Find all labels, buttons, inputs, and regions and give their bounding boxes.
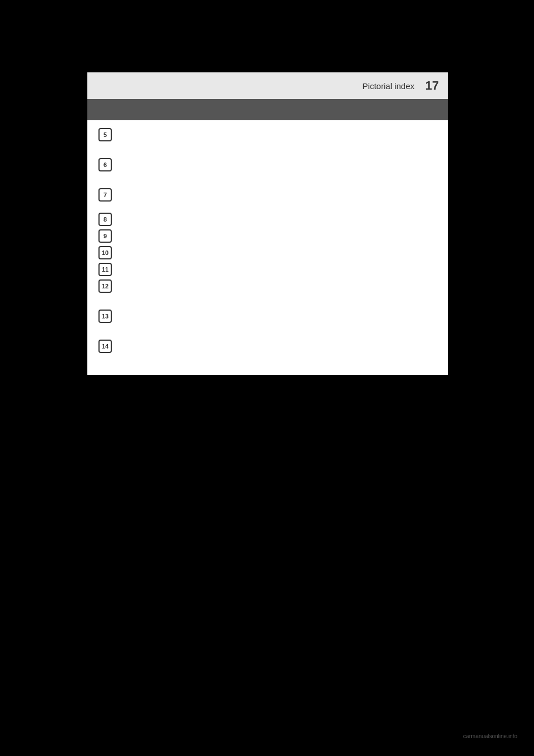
- list-item: 8: [98, 212, 437, 226]
- header-dark-bar: [87, 99, 448, 120]
- list-item: 14: [98, 338, 437, 353]
- list-item: 6: [98, 157, 437, 171]
- list-item: 13: [98, 308, 437, 323]
- header-bar: Pictorial index 17: [87, 72, 448, 99]
- watermark: carmanualsonline.info: [463, 733, 517, 739]
- item-text-6: [117, 157, 437, 168]
- item-text-14: [117, 338, 437, 350]
- badge-7: 7: [98, 188, 112, 202]
- badge-5: 5: [98, 128, 112, 141]
- item-text-5: [117, 127, 437, 138]
- badge-12: 12: [98, 279, 112, 293]
- badge-9: 9: [98, 229, 112, 243]
- item-text-8: [117, 212, 437, 223]
- badge-10: 10: [98, 246, 112, 259]
- item-text-13: [117, 308, 437, 320]
- badge-6: 6: [98, 158, 112, 171]
- badge-11: 11: [98, 263, 112, 276]
- item-text-7: [117, 187, 437, 198]
- content-area: 5 6 7 8 9: [87, 120, 448, 375]
- page-container: Pictorial index 17 5 6 7 8: [87, 72, 448, 375]
- list-item: 11: [98, 262, 437, 276]
- list-item: 12: [98, 278, 437, 293]
- badge-14: 14: [98, 340, 112, 353]
- page-number: 17: [426, 78, 439, 93]
- list-item: 7: [98, 187, 437, 202]
- list-item: 9: [98, 228, 437, 243]
- list-item: 10: [98, 245, 437, 259]
- list-item: 5: [98, 127, 437, 141]
- item-text-11: [117, 262, 437, 273]
- badge-8: 8: [98, 213, 112, 226]
- page-title: Pictorial index: [363, 81, 414, 91]
- item-text-9: [117, 228, 437, 239]
- badge-13: 13: [98, 310, 112, 323]
- item-text-12: [117, 278, 437, 289]
- item-text-10: [117, 245, 437, 256]
